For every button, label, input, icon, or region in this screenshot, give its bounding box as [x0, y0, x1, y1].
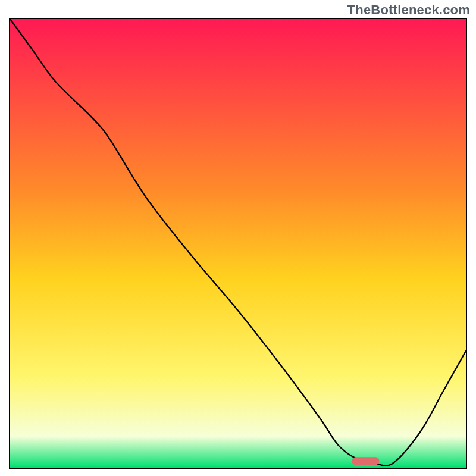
chart-svg	[10, 19, 466, 468]
plot-area	[9, 18, 467, 469]
gradient-background	[10, 19, 466, 468]
chart-frame: TheBottleneck.com	[0, 0, 476, 476]
optimal-marker	[352, 457, 380, 465]
watermark-text: TheBottleneck.com	[347, 2, 470, 18]
